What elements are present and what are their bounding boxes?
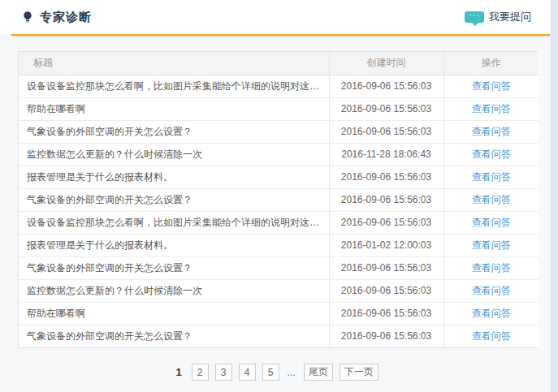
- row-title: 设备设备监控那块怎么看啊，比如图片采集能给个详细的说明对这块不是很懂...: [19, 211, 329, 234]
- questions-table: 标题 创建时间 操作 设备设备监控那块怎么看啊，比如图片采集能给个详细的说明对这…: [19, 52, 539, 347]
- row-title: 监控数据怎么更新的？什么时候清除一次: [19, 143, 329, 166]
- questions-table-container: 标题 创建时间 操作 设备设备监控那块怎么看啊，比如图片采集能给个详细的说明对这…: [18, 51, 538, 348]
- column-header-created: 创建时间: [329, 52, 443, 75]
- chat-dots: ···: [469, 11, 480, 19]
- row-created-time: 2016-09-06 15:56:03: [329, 302, 443, 325]
- table-row: 气象设备的外部空调的开关怎么设置？ 2016-09-06 15:56:03 查看…: [19, 120, 539, 143]
- table-row: 报表管理是关于什么的报表材料。 2016-01-02 12:00:03 查看问答: [19, 234, 539, 256]
- row-title: 气象设备的外部空调的开关怎么设置？: [19, 120, 329, 143]
- column-header-title: 标题: [19, 52, 329, 75]
- table-row: 帮助在哪看啊 2016-09-06 15:56:03 查看问答: [19, 97, 539, 120]
- table-row: 监控数据怎么更新的？什么时候清除一次 2016-09-06 15:56:03 查…: [19, 279, 539, 302]
- view-qa-link[interactable]: 查看问答: [472, 80, 511, 92]
- table-row: 设备设备监控那块怎么看啊，比如图片采集能给个详细的说明对这块不是很懂... 20…: [19, 211, 539, 234]
- top-header: 专家诊断 ··· 我要提问: [0, 0, 551, 34]
- pagination-pages: 2345: [192, 364, 279, 381]
- view-qa-link[interactable]: 查看问答: [472, 149, 511, 160]
- table-row: 气象设备的外部空调的开关怎么设置？ 2016-09-06 15:56:03 查看…: [19, 188, 539, 211]
- page-title-group: 专家诊断: [21, 10, 92, 25]
- row-title: 监控数据怎么更新的？什么时候清除一次: [19, 279, 329, 302]
- table-row: 帮助在哪看啊 2016-09-06 15:56:03 查看问答: [19, 302, 539, 325]
- row-created-time: 2016-09-06 15:56:03: [329, 97, 443, 120]
- pagination: 1 2345 ... 尾页 下一页: [0, 364, 551, 381]
- ask-question-button[interactable]: ··· 我要提问: [465, 10, 531, 24]
- row-title: 气象设备的外部空调的开关怎么设置？: [19, 325, 329, 347]
- row-created-time: 2016-09-06 15:56:03: [329, 166, 443, 188]
- row-title: 报表管理是关于什么的报表材料。: [19, 166, 329, 188]
- table-row: 气象设备的外部空调的开关怎么设置？ 2016-09-06 15:56:03 查看…: [19, 256, 539, 279]
- view-qa-link[interactable]: 查看问答: [472, 103, 511, 114]
- row-created-time: 2016-09-06 15:56:03: [329, 211, 443, 234]
- accent-divider: [11, 34, 550, 36]
- pagination-page-button[interactable]: 2: [192, 364, 209, 381]
- pagination-next-button[interactable]: 下一页: [340, 364, 378, 381]
- row-title: 气象设备的外部空调的开关怎么设置？: [19, 188, 329, 211]
- table-header-row: 标题 创建时间 操作: [19, 52, 539, 75]
- view-qa-link[interactable]: 查看问答: [472, 239, 511, 251]
- view-qa-link[interactable]: 查看问答: [472, 171, 511, 183]
- pagination-page-button[interactable]: 3: [215, 364, 232, 381]
- table-row: 气象设备的外部空调的开关怎么设置？ 2016-09-06 15:56:03 查看…: [19, 325, 539, 347]
- page-title: 专家诊断: [40, 10, 92, 25]
- table-row: 设备设备监控那块怎么看啊，比如图片采集能给个详细的说明对这块不是很懂... 20…: [19, 75, 539, 97]
- view-qa-link[interactable]: 查看问答: [472, 194, 511, 205]
- view-qa-link[interactable]: 查看问答: [472, 126, 511, 137]
- row-title: 设备设备监控那块怎么看啊，比如图片采集能给个详细的说明对这块不是很懂...: [19, 75, 329, 97]
- row-created-time: 2016-09-06 15:56:03: [329, 325, 443, 347]
- table-row: 监控数据怎么更新的？什么时候清除一次 2016-11-28 18:06:43 查…: [19, 143, 539, 166]
- page: 专家诊断 ··· 我要提问 标题 创建时间 操作 设备设备监控那块怎么看啊，比如…: [0, 0, 558, 392]
- pagination-page-button[interactable]: 5: [262, 364, 279, 381]
- chat-bubble-icon: ···: [465, 11, 484, 23]
- view-qa-link[interactable]: 查看问答: [472, 217, 511, 228]
- pagination-ellipsis: ...: [286, 367, 297, 378]
- lightbulb-icon: [21, 11, 34, 24]
- row-created-time: 2016-09-06 15:56:03: [329, 120, 443, 143]
- pagination-current-page: 1: [172, 366, 184, 378]
- pagination-page-button[interactable]: 4: [239, 364, 256, 381]
- row-title: 帮助在哪看啊: [19, 97, 329, 120]
- row-title: 帮助在哪看啊: [19, 302, 329, 325]
- view-qa-link[interactable]: 查看问答: [472, 330, 511, 342]
- table-row: 报表管理是关于什么的报表材料。 2016-09-06 15:56:03 查看问答: [19, 166, 539, 188]
- row-title: 气象设备的外部空调的开关怎么设置？: [19, 256, 329, 279]
- view-qa-link[interactable]: 查看问答: [472, 308, 511, 319]
- row-created-time: 2016-01-02 12:00:03: [329, 234, 443, 256]
- view-qa-link[interactable]: 查看问答: [472, 285, 511, 296]
- row-title: 报表管理是关于什么的报表材料。: [19, 234, 329, 256]
- ask-question-label: 我要提问: [489, 10, 531, 24]
- row-created-time: 2016-11-28 18:06:43: [329, 143, 443, 166]
- row-created-time: 2016-09-06 15:56:03: [329, 256, 443, 279]
- row-created-time: 2016-09-06 15:56:03: [329, 279, 443, 302]
- view-qa-link[interactable]: 查看问答: [472, 262, 511, 274]
- table-body: 设备设备监控那块怎么看啊，比如图片采集能给个详细的说明对这块不是很懂... 20…: [19, 75, 539, 347]
- right-edge-strip: [551, 0, 558, 392]
- row-created-time: 2016-09-06 15:56:03: [329, 188, 443, 211]
- column-header-action: 操作: [443, 52, 539, 75]
- pagination-last-button[interactable]: 尾页: [304, 364, 333, 381]
- row-created-time: 2016-09-06 15:56:03: [329, 75, 443, 97]
